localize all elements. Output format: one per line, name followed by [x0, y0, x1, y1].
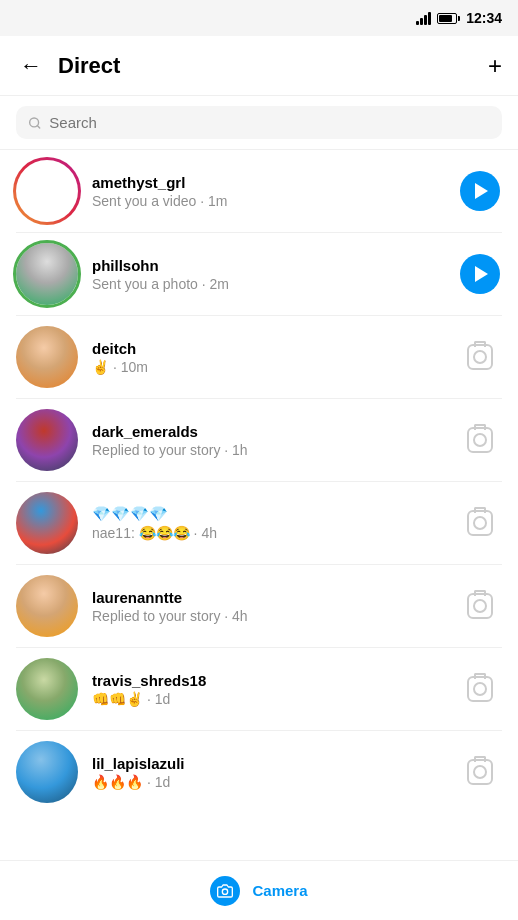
message-action[interactable] — [458, 501, 502, 545]
message-content: lil_lapislazuli🔥🔥🔥 · 1d — [92, 755, 444, 790]
page-title: Direct — [58, 53, 488, 79]
message-preview: Sent you a photo · 2m — [92, 276, 444, 292]
avatar-image — [16, 575, 78, 637]
play-icon — [475, 266, 488, 282]
story-ring — [13, 157, 81, 225]
message-username: travis_shreds18 — [92, 672, 444, 689]
avatar — [16, 326, 78, 388]
avatar — [16, 575, 78, 637]
camera-icon — [217, 883, 233, 899]
play-button[interactable] — [460, 171, 500, 211]
message-username: 💎💎💎💎 — [92, 505, 444, 523]
svg-line-1 — [37, 125, 39, 127]
camera-button[interactable] — [467, 344, 493, 370]
status-icons: 12:34 — [416, 10, 502, 26]
search-icon — [28, 116, 41, 130]
story-ring — [13, 240, 81, 308]
play-icon — [475, 183, 488, 199]
svg-point-2 — [223, 889, 228, 894]
message-preview: nae11: 😂😂😂 · 4h — [92, 525, 444, 541]
message-action[interactable] — [458, 335, 502, 379]
avatar — [16, 409, 78, 471]
camera-button[interactable] — [467, 676, 493, 702]
message-preview: Replied to your story · 1h — [92, 442, 444, 458]
message-username: deitch — [92, 340, 444, 357]
battery-body — [437, 13, 457, 24]
list-item[interactable]: laurenanntteReplied to your story · 4h — [0, 565, 518, 647]
camera-label: Camera — [252, 882, 307, 899]
camera-button[interactable] — [467, 427, 493, 453]
avatar — [16, 243, 78, 305]
avatar-image — [16, 409, 78, 471]
message-username: phillsohn — [92, 257, 444, 274]
search-bar — [0, 96, 518, 150]
message-action[interactable] — [458, 667, 502, 711]
search-input[interactable] — [49, 114, 490, 131]
list-item[interactable]: phillsohnSent you a photo · 2m — [0, 233, 518, 315]
message-action[interactable] — [458, 584, 502, 628]
signal-bar-4 — [428, 12, 431, 25]
header: ← Direct + — [0, 36, 518, 96]
status-bar: 12:34 — [0, 0, 518, 36]
list-item[interactable]: travis_shreds18👊👊✌️ · 1d — [0, 648, 518, 730]
signal-bar-2 — [420, 18, 423, 25]
battery-icon — [437, 13, 460, 24]
avatar — [16, 160, 78, 222]
message-preview: 👊👊✌️ · 1d — [92, 691, 444, 707]
message-preview: Sent you a video · 1m — [92, 193, 444, 209]
message-content: amethyst_grlSent you a video · 1m — [92, 174, 444, 209]
list-item[interactable]: 💎💎💎💎nae11: 😂😂😂 · 4h — [0, 482, 518, 564]
avatar-image — [16, 326, 78, 388]
message-username: laurenanntte — [92, 589, 444, 606]
camera-button[interactable] — [467, 759, 493, 785]
message-preview: 🔥🔥🔥 · 1d — [92, 774, 444, 790]
message-content: laurenanntteReplied to your story · 4h — [92, 589, 444, 624]
play-button[interactable] — [460, 254, 500, 294]
camera-button[interactable] — [467, 510, 493, 536]
message-username: amethyst_grl — [92, 174, 444, 191]
camera-button[interactable] — [467, 593, 493, 619]
bottom-bar[interactable]: Camera — [0, 860, 518, 920]
message-action[interactable] — [458, 252, 502, 296]
new-message-button[interactable]: + — [488, 52, 502, 80]
signal-icon — [416, 11, 431, 25]
back-button[interactable]: ← — [16, 49, 46, 83]
search-input-wrap — [16, 106, 502, 139]
message-username: lil_lapislazuli — [92, 755, 444, 772]
message-action[interactable] — [458, 750, 502, 794]
battery-tip — [458, 16, 460, 21]
signal-bar-3 — [424, 15, 427, 25]
message-username: dark_emeralds — [92, 423, 444, 440]
avatar — [16, 492, 78, 554]
list-item[interactable]: amethyst_grlSent you a video · 1m — [0, 150, 518, 232]
message-preview: ✌️ · 10m — [92, 359, 444, 375]
message-action[interactable] — [458, 418, 502, 462]
avatar — [16, 741, 78, 803]
signal-bar-1 — [416, 21, 419, 25]
message-content: dark_emeraldsReplied to your story · 1h — [92, 423, 444, 458]
avatar-image — [16, 492, 78, 554]
avatar-image — [16, 741, 78, 803]
status-time: 12:34 — [466, 10, 502, 26]
list-item[interactable]: dark_emeraldsReplied to your story · 1h — [0, 399, 518, 481]
message-content: travis_shreds18👊👊✌️ · 1d — [92, 672, 444, 707]
message-list: amethyst_grlSent you a video · 1mphillso… — [0, 150, 518, 813]
avatar — [16, 658, 78, 720]
message-content: phillsohnSent you a photo · 2m — [92, 257, 444, 292]
message-action[interactable] — [458, 169, 502, 213]
camera-button-icon — [210, 876, 240, 906]
avatar-image — [16, 658, 78, 720]
message-content: deitch✌️ · 10m — [92, 340, 444, 375]
list-item[interactable]: deitch✌️ · 10m — [0, 316, 518, 398]
message-content: 💎💎💎💎nae11: 😂😂😂 · 4h — [92, 505, 444, 541]
battery-fill — [439, 15, 452, 22]
list-item[interactable]: lil_lapislazuli🔥🔥🔥 · 1d — [0, 731, 518, 813]
message-preview: Replied to your story · 4h — [92, 608, 444, 624]
